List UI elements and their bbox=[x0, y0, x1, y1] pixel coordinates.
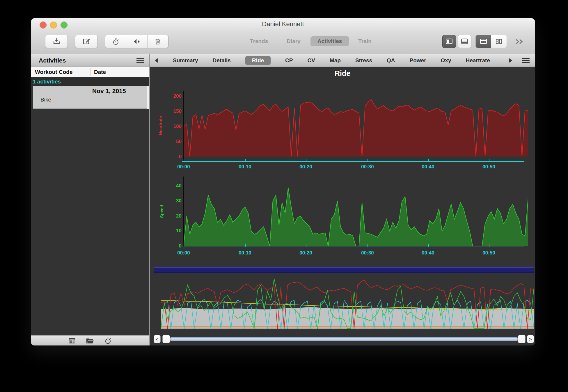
speed-plot[interactable] bbox=[184, 177, 528, 246]
chart-tab-summary[interactable]: Summary bbox=[173, 57, 198, 64]
x-tick-label: 00:30 bbox=[356, 164, 379, 170]
x-tick bbox=[428, 244, 429, 247]
x-tick-label: 00:10 bbox=[233, 164, 257, 170]
toggle-lowbar-button[interactable] bbox=[458, 35, 471, 48]
x-tick bbox=[245, 244, 246, 247]
heartrate-plot[interactable] bbox=[184, 91, 528, 156]
tiled-view-button[interactable] bbox=[491, 35, 507, 48]
calendar-icon[interactable] bbox=[68, 337, 76, 345]
ride-view: SummaryDetailsRideCPCVMapStressQAPowerOx… bbox=[150, 54, 535, 345]
chart-tab-power[interactable]: Power bbox=[410, 57, 426, 64]
column-date[interactable]: Date bbox=[94, 69, 106, 75]
bottom-panel-icon bbox=[461, 38, 468, 45]
scroll-right-button[interactable]: > bbox=[527, 335, 534, 343]
sidebar-menu-button[interactable] bbox=[136, 58, 144, 63]
range-handle-left[interactable] bbox=[162, 335, 170, 343]
range-handle-right[interactable] bbox=[518, 335, 526, 343]
overview-start-marker bbox=[161, 277, 161, 329]
x-tick-label: 00:00 bbox=[172, 164, 195, 170]
hr-axis-title: Heartrate bbox=[158, 105, 163, 146]
chart-tab-ride[interactable]: Ride bbox=[245, 56, 271, 65]
x-tick bbox=[368, 159, 368, 161]
window-title: Daniel Kennett bbox=[31, 18, 535, 29]
split-activity-button[interactable] bbox=[126, 35, 147, 48]
more-toolbar-button[interactable] bbox=[514, 38, 524, 45]
x-tick bbox=[428, 159, 429, 161]
x-tick bbox=[368, 244, 368, 247]
y-tick-label: 0 bbox=[161, 154, 182, 160]
speed-axis-title: Speed bbox=[159, 191, 164, 232]
folder-icon[interactable] bbox=[86, 337, 94, 344]
scroll-tabs-right-icon[interactable] bbox=[509, 58, 512, 63]
hr-x-axis bbox=[182, 161, 524, 162]
edit-icon bbox=[83, 38, 90, 45]
activity-date: Nov 1, 2015 bbox=[92, 88, 126, 95]
view-tab-activities[interactable]: Activities bbox=[310, 36, 349, 46]
x-tick bbox=[184, 159, 184, 161]
x-tick bbox=[306, 244, 306, 247]
manual-entry-button[interactable] bbox=[75, 35, 98, 48]
chart-tab-oxy[interactable]: Oxy bbox=[441, 57, 451, 64]
window-header: Daniel Kennett bbox=[31, 18, 535, 54]
view-tab-train[interactable]: Train bbox=[358, 38, 371, 44]
import-activity-button[interactable] bbox=[45, 35, 68, 48]
scroll-track[interactable] bbox=[170, 337, 518, 341]
y-tick-label: 150 bbox=[161, 108, 182, 114]
chart-menu-button[interactable] bbox=[522, 58, 530, 63]
chart-tabbar: SummaryDetailsRideCPCVMapStressQAPowerOx… bbox=[150, 54, 535, 67]
activities-count-row: 1 activities bbox=[31, 77, 149, 86]
view-tab-trends[interactable]: Trends bbox=[250, 38, 268, 44]
tiled-view-icon bbox=[495, 38, 503, 45]
delete-activity-button[interactable] bbox=[147, 35, 168, 48]
activity-actions-group bbox=[105, 35, 168, 48]
x-tick-label: 00:00 bbox=[172, 250, 195, 256]
toggle-sidebar-button[interactable] bbox=[442, 35, 456, 48]
chart-tab-map[interactable]: Map bbox=[330, 57, 341, 64]
import-icon bbox=[53, 38, 61, 45]
scroll-tabs-left-icon[interactable] bbox=[155, 58, 158, 63]
x-tick-label: 00:50 bbox=[477, 164, 500, 170]
x-tick bbox=[489, 159, 489, 161]
activity-code: Bike bbox=[40, 97, 51, 103]
scroll-left-button[interactable]: < bbox=[154, 335, 161, 343]
column-workout-code[interactable]: Workout Code bbox=[31, 69, 72, 75]
chart-tab-cp[interactable]: CP bbox=[285, 57, 293, 64]
titlebar[interactable]: Daniel Kennett bbox=[31, 18, 535, 29]
sidebar-empty-area bbox=[31, 109, 149, 335]
split-interval-button[interactable] bbox=[105, 35, 126, 48]
y-tick-label: 50 bbox=[161, 139, 182, 145]
trash-icon bbox=[154, 38, 161, 45]
tabbed-view-button[interactable] bbox=[476, 35, 491, 48]
view-switcher: TrendsDiaryActivitiesTrain bbox=[250, 35, 372, 47]
overview-plot[interactable] bbox=[161, 277, 534, 329]
chart-tabs: SummaryDetailsRideCPCVMapStressQAPowerOx… bbox=[173, 56, 490, 65]
chart-tab-qa[interactable]: QA bbox=[387, 57, 395, 64]
tabbed-view-icon bbox=[480, 38, 487, 45]
chart-tab-stress[interactable]: Stress bbox=[355, 57, 372, 64]
app-window: Daniel Kennett bbox=[31, 18, 535, 345]
y-tick-label: 200 bbox=[161, 93, 182, 99]
y-tick-label: 100 bbox=[161, 124, 182, 129]
column-divider[interactable] bbox=[90, 68, 91, 76]
y-tick-label: 0 bbox=[161, 243, 182, 249]
x-tick bbox=[306, 159, 306, 161]
chart-tab-heartrate[interactable]: Heartrate bbox=[466, 57, 490, 64]
x-tick bbox=[184, 244, 184, 247]
x-tick-label: 00:40 bbox=[416, 164, 440, 170]
sidebar-title: Activities bbox=[31, 57, 66, 64]
chart-tab-details[interactable]: Details bbox=[213, 57, 231, 64]
x-tick-label: 00:20 bbox=[294, 250, 317, 256]
y-tick-label: 40 bbox=[161, 183, 182, 189]
sidebar-bottom-bar bbox=[31, 335, 149, 345]
more-chevron-icon bbox=[514, 38, 524, 45]
x-tick-label: 00:30 bbox=[356, 250, 379, 256]
activity-row[interactable]: Nov 1, 2015 Bike bbox=[33, 86, 147, 109]
layout-style-switcher bbox=[475, 35, 507, 48]
toolbar: TrendsDiaryActivitiesTrain bbox=[31, 29, 535, 54]
zoom-navigator-bar[interactable] bbox=[154, 267, 534, 273]
view-tab-diary[interactable]: Diary bbox=[287, 38, 301, 44]
x-tick-label: 00:20 bbox=[294, 164, 317, 170]
chart-tab-cv[interactable]: CV bbox=[308, 57, 315, 64]
activities-table-header[interactable]: Workout Code Date bbox=[31, 67, 149, 77]
stopwatch-icon[interactable] bbox=[104, 337, 112, 345]
